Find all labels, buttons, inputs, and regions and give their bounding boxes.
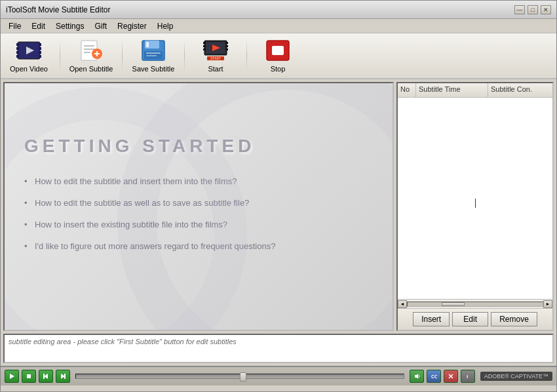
text-cursor (475, 199, 476, 208)
close-ctrl-button[interactable] (444, 370, 458, 383)
remove-button[interactable]: Remove (491, 312, 537, 326)
next-button[interactable] (56, 370, 70, 383)
stop-icon (265, 39, 291, 62)
subtitle-placeholder: subtitle editing area - please click "Fi… (9, 338, 237, 345)
stop-label: Stop (271, 65, 286, 73)
menu-bar: File Edit Settings Gift Register Help (1, 19, 556, 33)
subtitle-table-header: No Subtitle Time Subtitle Con. (398, 83, 552, 98)
open-video-icon (16, 39, 42, 62)
progress-thumb[interactable] (240, 372, 246, 382)
svg-rect-26 (203, 45, 206, 47)
cc-button[interactable]: CC (427, 370, 441, 383)
video-panel: GETTING STARTED How to edit the subtitle… (3, 82, 394, 331)
start-icon: START (202, 39, 229, 62)
col-time: Subtitle Time (416, 83, 488, 97)
svg-rect-41 (64, 374, 66, 379)
svg-rect-39 (43, 374, 45, 379)
svg-rect-19 (146, 42, 149, 47)
subtitle-edit-area[interactable]: subtitle editing area - please click "Fi… (3, 334, 554, 363)
svg-rect-5 (39, 43, 41, 46)
title-text: iToolSoft Movie Subtitle Editor (6, 5, 110, 14)
scroll-track[interactable] (407, 302, 543, 307)
svg-rect-1 (16, 43, 19, 46)
getting-started-area: GETTING STARTED How to edit the subtitle… (5, 83, 393, 330)
menu-help[interactable]: Help (152, 20, 179, 32)
scroll-right-arrow[interactable]: ► (543, 300, 552, 308)
subtitle-action-buttons: Insert Edit Remove (398, 308, 552, 330)
svg-text:START: START (210, 56, 221, 60)
minimize-button[interactable]: — (514, 5, 525, 14)
col-no: No (398, 83, 416, 97)
toolbar-divider-4 (246, 39, 247, 72)
svg-rect-22 (146, 55, 157, 56)
title-bar: iToolSoft Movie Subtitle Editor — □ ✕ (1, 1, 556, 19)
toolbar: Open Video Open Subtitle (1, 33, 556, 79)
save-subtitle-icon (140, 39, 166, 62)
svg-rect-6 (39, 47, 41, 50)
close-button[interactable]: ✕ (541, 5, 551, 14)
svg-rect-3 (16, 51, 19, 54)
col-content: Subtitle Con. (488, 83, 552, 97)
main-content: GETTING STARTED How to edit the subtitle… (1, 79, 556, 334)
menu-settings[interactable]: Settings (50, 20, 89, 32)
svg-marker-42 (415, 374, 418, 379)
toolbar-divider-3 (184, 39, 185, 72)
restore-button[interactable]: □ (528, 5, 538, 14)
stop-button[interactable]: Stop (255, 36, 301, 75)
list-item: How to edit the subtitle as well as to s… (24, 198, 275, 208)
open-subtitle-icon (78, 39, 104, 62)
svg-rect-8 (39, 55, 41, 58)
open-video-button[interactable]: Open Video (6, 36, 52, 75)
info-button[interactable]: i (461, 370, 475, 383)
svg-rect-37 (27, 374, 31, 378)
start-label: Start (208, 65, 223, 73)
list-item: How to insert the existing subtitle file… (24, 220, 275, 229)
title-controls: — □ ✕ (514, 5, 551, 14)
list-item: How to edit the subtitle and insert them… (24, 176, 275, 186)
menu-register[interactable]: Register (112, 20, 152, 32)
open-video-label: Open Video (10, 65, 48, 73)
open-subtitle-label: Open Subtitle (69, 65, 113, 73)
insert-button[interactable]: Insert (413, 312, 450, 326)
menu-file[interactable]: File (3, 20, 26, 32)
menu-gift[interactable]: Gift (89, 20, 112, 32)
svg-rect-29 (225, 45, 228, 47)
svg-rect-28 (225, 42, 228, 44)
subtitle-panel: No Subtitle Time Subtitle Con. ◄ ► Inser… (396, 82, 554, 331)
menu-edit[interactable]: Edit (26, 20, 50, 32)
play-button[interactable] (5, 370, 19, 383)
svg-rect-30 (225, 49, 228, 50)
open-subtitle-button[interactable]: Open Subtitle (68, 36, 114, 75)
svg-text:i: i (467, 374, 468, 380)
svg-marker-36 (10, 374, 14, 379)
scroll-left-arrow[interactable]: ◄ (398, 300, 407, 308)
volume-button[interactable] (410, 370, 424, 383)
svg-rect-27 (203, 49, 206, 50)
list-item: I'd like to figure out more answers rega… (24, 241, 275, 251)
captivate-badge: ADOBE® CAPTIVATE™ (480, 372, 552, 381)
svg-rect-2 (16, 47, 19, 50)
svg-rect-25 (203, 42, 206, 44)
start-button[interactable]: START Start (193, 36, 239, 75)
toolbar-divider-1 (60, 39, 60, 72)
stop-ctrl-button[interactable] (22, 370, 36, 383)
svg-text:CC: CC (431, 374, 437, 379)
save-subtitle-label: Save Subtitle (132, 65, 175, 73)
save-subtitle-button[interactable]: Save Subtitle (130, 36, 176, 75)
svg-rect-4 (16, 55, 19, 58)
prev-button[interactable] (39, 370, 53, 383)
getting-started-list: How to edit the subtitle and insert them… (24, 176, 275, 263)
svg-rect-7 (39, 51, 41, 54)
getting-started-title: GETTING STARTED (24, 136, 255, 157)
toolbar-divider-2 (122, 39, 123, 72)
bottom-controls-bar: CC i ADOBE® CAPTIVATE™ (1, 366, 556, 385)
edit-button[interactable]: Edit (452, 312, 488, 326)
subtitle-table-body[interactable] (398, 98, 552, 299)
scroll-thumb[interactable] (442, 302, 465, 306)
svg-rect-35 (272, 46, 284, 55)
svg-rect-21 (146, 52, 161, 54)
progress-track[interactable] (75, 374, 404, 379)
horizontal-scrollbar[interactable]: ◄ ► (398, 299, 552, 308)
captivate-label: ADOBE® CAPTIVATE™ (484, 373, 548, 380)
